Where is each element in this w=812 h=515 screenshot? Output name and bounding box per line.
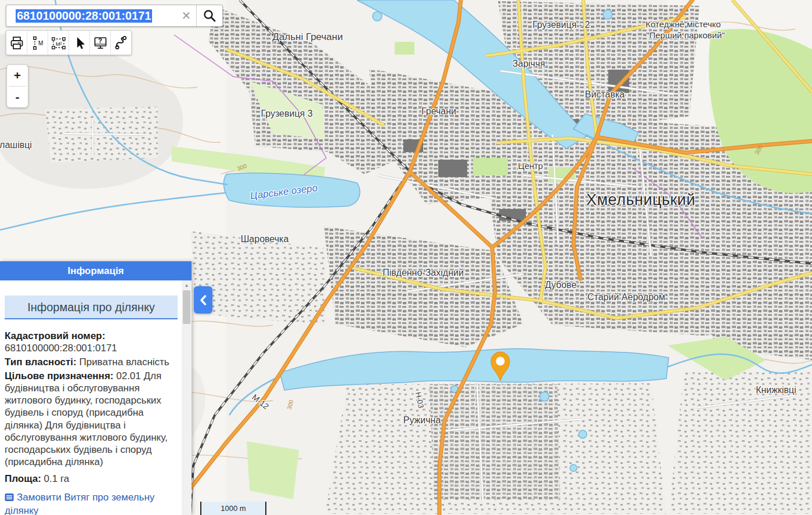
map-label-city: Хмельницький: [586, 191, 695, 209]
search-value: 6810100000:28:001:0171: [16, 9, 152, 23]
ownership-label: Тип власності:: [5, 356, 77, 368]
map-label: "Перший парковий": [646, 30, 725, 40]
parcel-marker-icon[interactable]: [486, 347, 514, 383]
order-extract-link[interactable]: Замовити Витяг про земельну ділянку: [5, 491, 178, 515]
section-title: Інформація про ділянку: [5, 296, 178, 319]
collapse-panel-button[interactable]: [194, 286, 212, 314]
measure-area-icon: M²: [50, 35, 67, 51]
area-field: Площа: 0.1 га: [5, 473, 178, 485]
purpose-label: Цільове призначення:: [5, 370, 113, 381]
zoom-out-button[interactable]: -: [7, 87, 28, 107]
area-label: Площа:: [5, 473, 41, 484]
scrollbar-thumb[interactable]: [183, 290, 190, 324]
map-label: Книжківці: [756, 385, 796, 395]
map-label: лашівці: [0, 140, 32, 150]
cadastral-number-value: 6810100000:28:001:0171: [5, 343, 117, 354]
map-label: Грузевиця 3: [261, 109, 312, 119]
ownership-value: Приватна власність: [79, 356, 169, 368]
cadastral-number-field: Кадастровий номер: 6810100000:28:001:017…: [5, 330, 178, 354]
map-label: Дубове: [545, 280, 577, 290]
scale-bar: 1000 m: [200, 502, 266, 515]
map-label: Центр: [518, 161, 543, 171]
area-value: 0.1 га: [44, 473, 70, 484]
cursor-icon: [72, 35, 87, 51]
map-label: Дальні Гречани: [272, 31, 342, 43]
scale-bar-label: 1000 m: [221, 504, 246, 513]
info-panel: Інформація Інформація про ділянку Кадаст…: [0, 261, 192, 515]
search-bar: 6810100000:28:001:0171 ✕: [6, 5, 223, 27]
magnifier-icon: [203, 9, 216, 23]
map-label: Котеджне містечко: [645, 19, 721, 29]
map-label: Старий Аеродром: [587, 292, 665, 302]
route-button[interactable]: [111, 31, 131, 55]
help-button[interactable]: ?: [90, 31, 111, 55]
printer-icon: [9, 35, 24, 51]
map-label: Південно-Західний: [382, 268, 464, 278]
cadastral-number-label: Кадастровий номер:: [5, 330, 105, 341]
print-button[interactable]: [6, 31, 27, 55]
search-button[interactable]: [197, 5, 222, 26]
scroll-up-icon[interactable]: ▲: [182, 280, 192, 290]
svg-text:?: ?: [98, 37, 102, 44]
search-input[interactable]: 6810100000:28:001:0171: [6, 9, 176, 23]
info-panel-header: Інформація: [0, 261, 192, 280]
measure-length-button[interactable]: M: [27, 31, 48, 55]
order-extract-label: Замовити Витяг про земельну ділянку: [5, 492, 154, 515]
monitor-help-icon: ?: [93, 35, 108, 51]
info-panel-body: Інформація про ділянку Кадастровий номер…: [0, 280, 182, 515]
measure-length-icon: M: [30, 35, 45, 51]
document-list-icon: [5, 492, 14, 505]
map-label: Гречани: [421, 106, 456, 117]
svg-text:M: M: [38, 40, 43, 46]
map-label: Грузевиця - 2: [533, 20, 590, 30]
map-label: Заріччя: [513, 59, 545, 69]
panel-scrollbar[interactable]: ▲: [182, 280, 192, 515]
clear-search-icon[interactable]: ✕: [176, 5, 196, 26]
map-label: Виставка: [585, 89, 625, 100]
chevron-left-icon: [199, 294, 208, 307]
svg-text:M²: M²: [56, 41, 62, 46]
route-icon: [114, 35, 129, 51]
purpose-value: 02.01 Для будівництва і обслуговування ж…: [5, 370, 168, 467]
zoom-control: + -: [7, 65, 28, 107]
ownership-field: Тип власності: Приватна власність: [5, 356, 178, 368]
purpose-field: Цільове призначення: 02.01 Для будівницт…: [5, 370, 178, 468]
map-toolbar: M M² ?: [6, 30, 132, 55]
map-label: Шаровечка: [241, 234, 289, 244]
cadastral-map-app: Дальні Гречани Грузевиця - 2 Котеджне мі…: [0, 0, 812, 515]
select-cursor-button[interactable]: [69, 31, 90, 55]
map-label: Ружична: [403, 415, 441, 426]
zoom-in-button[interactable]: +: [7, 65, 28, 86]
measure-area-button[interactable]: M²: [48, 31, 69, 55]
